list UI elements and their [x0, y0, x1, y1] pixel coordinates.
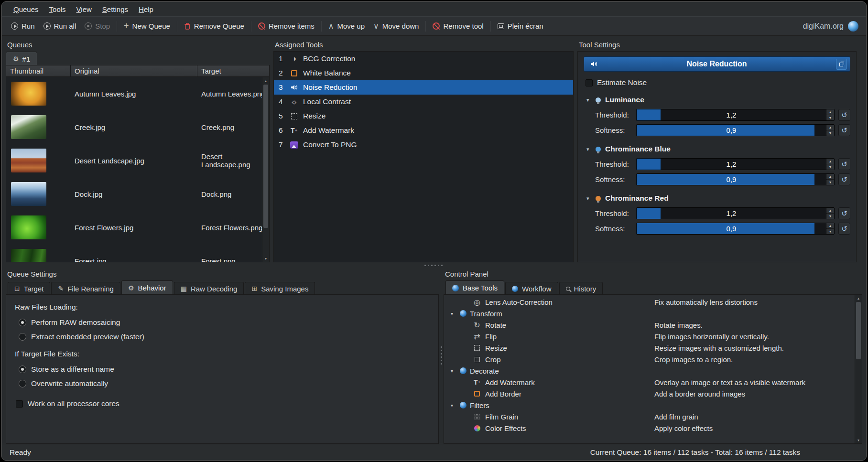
table-row[interactable]: Creek.jpg Creek.png [6, 110, 269, 144]
tab-base-tools[interactable]: Base Tools [445, 280, 504, 295]
queue-tab-1[interactable]: ⚙ #1 [6, 52, 37, 65]
tree-item-color-effects[interactable]: Color Effects Apply color effects [444, 422, 862, 434]
remove-queue-button[interactable]: Remove Queue [180, 20, 249, 32]
tool-row-bcg-correction[interactable]: 1 ◑ BCG Correction [274, 52, 573, 66]
vertical-splitter[interactable] [439, 268, 444, 444]
tree-item-lens-auto-correction[interactable]: ◎ Lens Auto-Correction Fix automatically… [444, 296, 862, 308]
tree-item-rotate[interactable]: ↻ Rotate Rotate images. [444, 319, 862, 331]
run-all-button[interactable]: Run all [39, 20, 81, 32]
tab-file-renaming[interactable]: ✎ File Renaming [51, 282, 120, 295]
reset-button[interactable]: ↺ [838, 158, 850, 170]
expander-icon[interactable]: ▾ [451, 368, 456, 374]
threshold-slider[interactable]: 1,2 ▴ ▾ [636, 207, 835, 219]
radio-button[interactable] [19, 319, 26, 326]
tree-item-crop[interactable]: Crop Crop images to a region. [444, 354, 862, 365]
table-row[interactable]: Dock.jpg Dock.png [6, 177, 269, 211]
queues-scrollbar[interactable]: ▴ ▾ [262, 77, 269, 262]
expander-icon[interactable]: ▾ [451, 311, 456, 316]
spin-down-button[interactable]: ▾ [826, 164, 834, 170]
menu-queues[interactable]: Queues [9, 4, 43, 15]
scroll-up-arrow[interactable]: ▴ [262, 77, 269, 84]
move-up-button[interactable]: ∧ Move up [324, 19, 369, 33]
tree-group-decorate[interactable]: ▾ Decorate [444, 365, 862, 376]
spin-down-button[interactable]: ▾ [826, 214, 834, 219]
fullscreen-button[interactable]: Plein écran [493, 20, 548, 32]
remove-items-button[interactable]: Remove items [254, 20, 319, 32]
spin-down-button[interactable]: ▾ [826, 229, 834, 234]
spin-down-button[interactable]: ▾ [826, 115, 834, 120]
tab-behavior[interactable]: ⚙ Behavior [121, 280, 173, 295]
control-panel-scrollbar[interactable]: ▴ ▾ [855, 295, 862, 443]
tree-item-add-watermark[interactable]: T+ Add Watermark Overlay an image or tex… [444, 376, 862, 388]
estimate-noise-option[interactable]: Estimate Noise [586, 78, 850, 87]
collapse-arrow-icon[interactable]: ▾ [586, 97, 592, 103]
option-extract-embedded-preview[interactable]: Extract embedded preview (faster) [19, 333, 430, 341]
scrollbar-thumb[interactable] [263, 85, 268, 228]
table-row[interactable]: Desert Landscape.jpg Desert Landscape.pn… [6, 144, 269, 177]
tool-row-convert-to-png[interactable]: 7 Convert To PNG [274, 138, 573, 152]
tool-row-local-contrast[interactable]: 4 ☼ Local Contrast [274, 95, 573, 109]
option-all-processor-cores[interactable]: Work on all processor cores [16, 399, 430, 408]
detach-settings-button[interactable] [836, 59, 847, 70]
softness-slider[interactable]: 0,9 ▴ ▾ [636, 173, 835, 185]
cores-checkbox[interactable] [16, 400, 23, 408]
scroll-down-arrow[interactable]: ▾ [262, 255, 269, 262]
radio-button[interactable] [19, 365, 26, 373]
remove-tool-button[interactable]: Remove tool [428, 20, 488, 32]
menu-help[interactable]: Help [134, 4, 158, 15]
threshold-slider[interactable]: 1,2 ▴ ▾ [636, 109, 835, 121]
spin-up-button[interactable]: ▴ [826, 109, 834, 115]
section-luminance[interactable]: ▾ Luminance [586, 96, 850, 104]
expander-icon[interactable]: ▾ [451, 403, 456, 408]
threshold-slider[interactable]: 1,2 ▴ ▾ [636, 158, 835, 170]
column-header-thumbnail[interactable]: Thumbnail [6, 65, 71, 76]
column-header-original[interactable]: Original [71, 65, 197, 76]
tool-row-white-balance[interactable]: 2 White Balance [274, 66, 573, 80]
spin-down-button[interactable]: ▾ [826, 130, 834, 136]
option-overwrite-automatically[interactable]: Overwrite automatically [19, 379, 430, 388]
section-chrominance-red[interactable]: ▾ Chrominance Red [586, 194, 850, 203]
tree-item-resize[interactable]: Resize Resize images with a customized l… [444, 342, 862, 354]
table-row[interactable]: Forest.jpg Forest.png [6, 244, 269, 262]
radio-button[interactable] [19, 333, 26, 341]
collapse-arrow-icon[interactable]: ▾ [586, 195, 592, 202]
reset-button[interactable]: ↺ [838, 124, 850, 136]
menu-tools[interactable]: Tools [44, 4, 71, 15]
section-chrominance-blue[interactable]: ▾ Chrominance Blue [586, 145, 850, 153]
tab-history[interactable]: History [559, 282, 603, 295]
menu-settings[interactable]: Settings [98, 4, 133, 15]
spin-up-button[interactable]: ▴ [826, 223, 834, 229]
spin-up-button[interactable]: ▴ [826, 208, 834, 214]
softness-slider[interactable]: 0,9 ▴ ▾ [636, 223, 835, 235]
tree-group-transform[interactable]: ▾ Transform [444, 308, 862, 319]
spin-up-button[interactable]: ▴ [826, 174, 834, 180]
menu-view[interactable]: View [72, 4, 97, 15]
option-store-different-name[interactable]: Store as a different name [19, 365, 430, 374]
collapse-arrow-icon[interactable]: ▾ [586, 146, 592, 152]
tool-row-resize[interactable]: 5 Resize [274, 109, 573, 123]
tab-workflow[interactable]: Workflow [505, 282, 558, 295]
tab-raw-decoding[interactable]: ▦ Raw Decoding [174, 282, 244, 295]
reset-button[interactable]: ↺ [838, 173, 850, 185]
option-perform-raw-demosaicing[interactable]: Perform RAW demosaicing [19, 318, 430, 327]
tree-item-flip[interactable]: ⇄ Flip Flip images horizontally or verti… [444, 331, 862, 342]
scroll-up-arrow[interactable]: ▴ [855, 295, 862, 301]
softness-slider[interactable]: 0,9 ▴ ▾ [636, 124, 835, 136]
reset-button[interactable]: ↺ [838, 207, 850, 219]
spin-down-button[interactable]: ▾ [826, 180, 834, 185]
estimate-noise-checkbox[interactable] [586, 79, 593, 86]
tab-saving-images[interactable]: ⊞ Saving Images [245, 282, 315, 295]
radio-button[interactable] [19, 380, 26, 387]
table-row[interactable]: Forest Flowers.jpg Forest Flowers.png [6, 211, 269, 244]
horizontal-splitter[interactable] [2, 262, 866, 268]
table-row[interactable]: Autumn Leaves.jpg Autumn Leaves.png [6, 77, 269, 110]
reset-button[interactable]: ↺ [838, 223, 850, 235]
tree-item-add-border[interactable]: Add Border Add a border around images [444, 388, 862, 399]
scrollbar-thumb[interactable] [856, 302, 861, 359]
tab-target[interactable]: ⊡ Target [8, 282, 50, 295]
run-button[interactable]: Run [7, 20, 39, 32]
spin-up-button[interactable]: ▴ [826, 159, 834, 164]
scroll-down-arrow[interactable]: ▾ [855, 437, 862, 443]
column-header-target[interactable]: Target [197, 65, 269, 76]
new-queue-button[interactable]: + New Queue [119, 19, 174, 33]
